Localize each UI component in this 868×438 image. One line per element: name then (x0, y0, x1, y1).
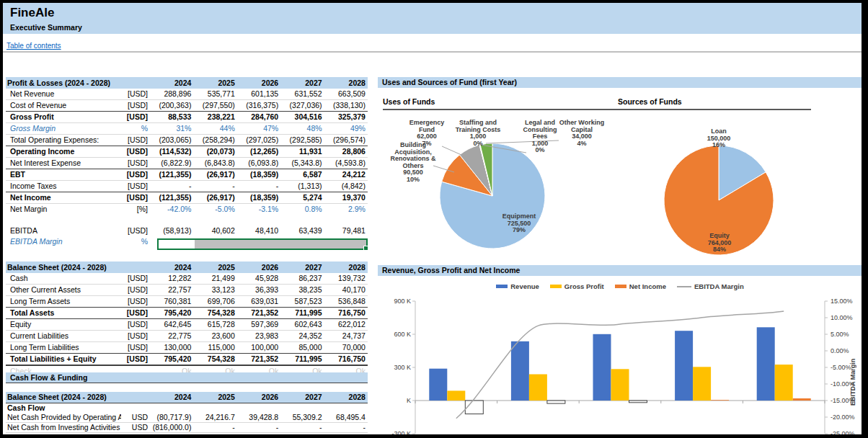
cell[interactable]: 33,123 (193, 285, 236, 295)
cell[interactable]: (816,000.0) (150, 423, 193, 432)
cell[interactable]: 288,896 (150, 89, 193, 99)
cell[interactable]: 909,000.0 (150, 433, 193, 438)
row-label[interactable]: Other Current Assets (6, 285, 121, 295)
cell[interactable]: 40,602 (193, 225, 236, 236)
cell[interactable]: 63,439 (280, 225, 324, 236)
year-header[interactable]: 2024 (150, 77, 193, 89)
cell[interactable]: 795,420 (150, 354, 193, 365)
cell[interactable]: 721,352 (237, 354, 280, 365)
cell[interactable]: (58,913) (150, 225, 193, 236)
cell[interactable]: - (150, 181, 193, 192)
cell[interactable] (324, 403, 368, 413)
cell[interactable]: 711,995 (280, 308, 324, 318)
bar-revenue-2025[interactable] (511, 341, 529, 401)
year-header[interactable]: 2024 (150, 262, 193, 273)
row-label[interactable]: Operating Income (6, 146, 121, 157)
bar-revenue-2026[interactable] (593, 334, 611, 401)
cell[interactable]: 115,000 (193, 342, 236, 353)
cell[interactable] (324, 215, 368, 225)
cell[interactable]: 23,983 (237, 331, 280, 341)
cell[interactable]: 28,806 (324, 146, 368, 157)
cell[interactable] (193, 403, 236, 413)
legend-item-revenue[interactable]: Revenue (496, 282, 539, 290)
bar-net-income-2028[interactable] (793, 398, 811, 401)
cell[interactable]: 39,428.8 (237, 413, 280, 422)
cell[interactable]: (18,359) (237, 169, 280, 180)
cell[interactable]: -3.1% (237, 204, 280, 215)
cell[interactable]: (18,359) (237, 192, 280, 203)
cell[interactable]: 22,775 (150, 331, 193, 341)
cell[interactable]: - (324, 423, 368, 432)
cell[interactable]: 536,848 (324, 296, 368, 307)
row-label[interactable]: Long Term Liabilities (6, 342, 121, 353)
cell[interactable]: 238,221 (193, 112, 236, 122)
cell[interactable]: - (237, 423, 280, 432)
bar-revenue-2027[interactable] (675, 331, 693, 401)
cell[interactable]: 19,370 (324, 192, 368, 203)
bar-revenue-2024[interactable] (429, 369, 447, 401)
cell[interactable]: (297,025) (237, 135, 280, 146)
year-header[interactable]: 2028 (324, 77, 368, 89)
cell[interactable] (237, 215, 280, 225)
cell[interactable]: 622,012 (324, 319, 368, 330)
cell[interactable]: 639,031 (237, 296, 280, 307)
cell[interactable]: 88,533 (150, 112, 193, 122)
row-label[interactable]: Net Cash from Investing Activities (6, 423, 121, 432)
cell[interactable]: 139,732 (324, 273, 368, 284)
cell[interactable]: (12,265) (237, 146, 280, 157)
cell[interactable]: 325,379 (324, 112, 368, 122)
row-label[interactable]: Long Term Assets (6, 296, 121, 307)
table-of-contents-link[interactable]: Table of contents (6, 42, 61, 50)
year-header[interactable]: 2025 (193, 77, 236, 89)
year-header[interactable]: 2026 (237, 392, 280, 403)
cell[interactable]: (327,036) (280, 100, 324, 111)
cell[interactable]: (26,917) (193, 192, 236, 203)
cell[interactable] (150, 215, 193, 225)
row-label[interactable]: Total Liabilities + Equity (6, 354, 121, 365)
cell[interactable]: 79,481 (324, 225, 368, 236)
cell[interactable]: (121,355) (150, 169, 193, 180)
cell[interactable]: (292,585) (280, 135, 324, 146)
cell[interactable]: 24,737 (324, 331, 368, 341)
cell[interactable]: (121,355) (150, 192, 193, 203)
row-label[interactable]: Net Margin (6, 204, 121, 215)
combo-chart-plot[interactable]: 900 K600 K300 KK-300 K15.00%10.00%5.00%0… (378, 277, 865, 434)
cell[interactable] (280, 215, 324, 225)
bar-revenue-2028[interactable] (757, 327, 775, 401)
cell[interactable]: (6,093.8) (237, 158, 280, 169)
cell[interactable]: (80,717.9) (150, 413, 193, 422)
legend-item-gross-profit[interactable]: Gross Profit (550, 282, 604, 290)
cell[interactable]: (258,294) (193, 135, 236, 146)
cell[interactable]: (338,130) (324, 100, 368, 111)
year-header[interactable]: 2028 (324, 392, 368, 403)
selected-cell-range[interactable] (157, 238, 368, 250)
cell[interactable]: 45,928 (237, 273, 280, 284)
cell[interactable]: 631,552 (280, 89, 324, 99)
cell[interactable]: 47% (237, 123, 280, 134)
cell[interactable]: (20,073) (193, 146, 236, 157)
cell[interactable]: -42.0% (150, 204, 193, 215)
cell[interactable]: 31% (150, 123, 193, 134)
cell[interactable]: (15,000.0) (280, 433, 324, 438)
cell[interactable]: 38,235 (280, 285, 324, 295)
cell[interactable]: (4,842) (324, 181, 368, 192)
year-header[interactable]: 2024 (150, 392, 193, 403)
cell[interactable]: 716,750 (324, 354, 368, 365)
cell[interactable]: 36,393 (237, 285, 280, 295)
row-label[interactable] (6, 215, 121, 225)
ebitda-margin-line[interactable] (456, 311, 784, 419)
cell[interactable]: (203,065) (150, 135, 193, 146)
cell[interactable]: 0.8% (280, 204, 324, 215)
cell[interactable]: (6,843.8) (193, 158, 236, 169)
row-label[interactable]: Net cash from Financing Activities (6, 433, 121, 438)
row-label[interactable]: Total Assets (6, 308, 121, 318)
cell[interactable]: 85,000 (280, 342, 324, 353)
row-label[interactable]: Equity (6, 319, 121, 330)
cell[interactable]: 40,170 (324, 285, 368, 295)
bar-net-income-2027[interactable] (711, 400, 729, 401)
bar-gross-profit-2024[interactable] (447, 390, 465, 401)
row-label[interactable]: EBITDA (6, 225, 121, 236)
row-label[interactable]: Net Cash Provided by Operating Activitie… (6, 413, 121, 422)
year-header[interactable]: 2027 (280, 262, 324, 273)
cell[interactable]: 642,645 (150, 319, 193, 330)
